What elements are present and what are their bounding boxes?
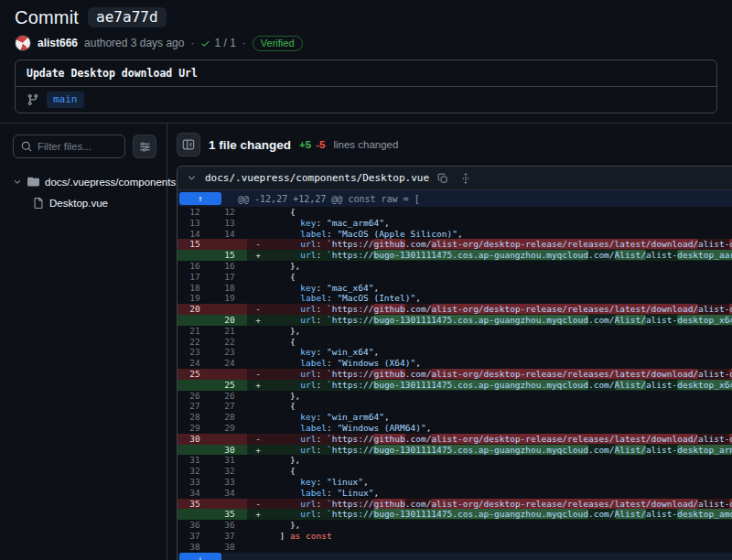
new-line-number[interactable]: 33 (212, 477, 247, 488)
old-line-number[interactable]: 23 (178, 347, 212, 358)
old-line-number[interactable]: 35 (178, 499, 212, 510)
old-line-number[interactable]: 36 (178, 520, 212, 531)
new-line-number[interactable]: 31 (212, 455, 247, 466)
checks-status[interactable]: 1 / 1 (200, 37, 235, 49)
old-line-number[interactable]: 29 (178, 423, 212, 434)
new-line-number[interactable]: 20 (212, 315, 247, 326)
new-line-number[interactable] (212, 369, 247, 380)
old-line-number[interactable]: 32 (178, 466, 212, 477)
new-line-number[interactable]: 23 (212, 347, 247, 358)
tree-file-row[interactable]: Desktop.vue (33, 192, 156, 213)
diff-marker: + (247, 315, 269, 326)
new-line-number[interactable]: 16 (212, 261, 247, 272)
branch-chip[interactable]: main (47, 92, 84, 108)
expand-up-button[interactable]: ↑ (179, 192, 221, 205)
diff-main: 1 file changed +5 -5 lines changed docs/… (167, 124, 732, 560)
new-line-number[interactable]: 14 (212, 229, 247, 240)
new-line-number[interactable]: 13 (212, 218, 247, 229)
old-line-number[interactable] (178, 445, 212, 456)
chevron-down-icon[interactable] (187, 173, 197, 183)
old-line-number[interactable]: 28 (178, 412, 212, 423)
code-line: key: "win_x64", (269, 347, 732, 358)
new-line-number[interactable]: 36 (212, 520, 247, 531)
file-filter-options-button[interactable] (133, 135, 156, 158)
new-line-number[interactable] (212, 239, 247, 250)
new-line-number[interactable] (212, 434, 247, 445)
new-line-number[interactable]: 30 (212, 445, 247, 456)
new-line-number[interactable]: 17 (212, 272, 247, 283)
new-line-number[interactable]: 35 (212, 509, 247, 520)
avatar[interactable] (15, 35, 31, 51)
diff-marker: - (247, 304, 269, 315)
old-line-number[interactable] (178, 315, 212, 326)
new-line-number[interactable]: 38 (212, 542, 247, 553)
new-line-number[interactable]: 29 (212, 423, 247, 434)
old-line-number[interactable]: 25 (178, 369, 212, 380)
old-line-number[interactable] (178, 250, 212, 261)
old-line-number[interactable]: 16 (178, 261, 212, 272)
new-line-number[interactable]: 37 (212, 531, 247, 542)
old-line-number[interactable]: 17 (178, 272, 212, 283)
separator-dot: · (190, 37, 194, 49)
copy-icon[interactable] (437, 173, 448, 184)
old-line-number[interactable]: 13 (178, 218, 212, 229)
arrow-down-icon: ↓ (198, 554, 202, 560)
old-line-number[interactable]: 26 (178, 391, 212, 402)
old-line-number[interactable]: 24 (178, 358, 212, 369)
new-line-number[interactable]: 27 (212, 401, 247, 412)
folder-icon (27, 176, 39, 188)
new-line-number[interactable]: 18 (212, 283, 247, 294)
author-name[interactable]: alist666 (38, 37, 78, 49)
filter-files-input[interactable] (38, 141, 117, 152)
old-line-number[interactable]: 34 (178, 488, 212, 499)
new-line-number[interactable]: 15 (212, 250, 247, 261)
old-line-number[interactable]: 19 (178, 293, 212, 304)
new-line-number[interactable]: 12 (212, 207, 247, 218)
old-line-number[interactable]: 18 (178, 283, 212, 294)
file-path[interactable]: docs/.vuepress/components/Desktop.vue (205, 172, 429, 184)
new-line-number[interactable] (212, 304, 247, 315)
old-line-number[interactable] (178, 380, 212, 391)
new-line-number[interactable]: 34 (212, 488, 247, 499)
code-line (269, 542, 732, 553)
expand-all-icon[interactable] (460, 173, 471, 184)
old-line-number[interactable]: 33 (178, 477, 212, 488)
hunk-header-row: ↑ @@ -12,27 +12,27 @@ const raw = [ (178, 190, 732, 207)
old-line-number[interactable]: 12 (178, 207, 212, 218)
commit-message-box: Update Desktop download Url main (15, 59, 717, 113)
new-line-number[interactable]: 21 (212, 326, 247, 337)
authored-time: authored 3 days ago (84, 37, 184, 49)
old-line-number[interactable]: 20 (178, 304, 212, 315)
new-line-number[interactable]: 24 (212, 358, 247, 369)
diff-marker (247, 207, 269, 218)
new-line-number[interactable] (212, 499, 247, 510)
diff-marker (247, 466, 269, 477)
code-line: { (269, 401, 732, 412)
diff-row-added: 15+ url: `https://bugo-1301111475.cos.ap… (178, 250, 732, 261)
new-line-number[interactable]: 32 (212, 466, 247, 477)
verified-badge[interactable]: Verified (253, 36, 303, 51)
old-line-number[interactable]: 30 (178, 434, 212, 445)
old-line-number[interactable] (178, 509, 212, 520)
tree-folder-row[interactable]: docs/.vuepress/components (13, 171, 156, 192)
code-line: ] as const (269, 531, 732, 542)
old-line-number[interactable]: 22 (178, 337, 212, 348)
old-line-number[interactable]: 14 (178, 229, 212, 240)
old-line-number[interactable]: 15 (178, 239, 212, 250)
new-line-number[interactable]: 28 (212, 412, 247, 423)
new-line-number[interactable]: 22 (212, 337, 247, 348)
old-line-number[interactable]: 37 (178, 531, 212, 542)
old-line-number[interactable]: 27 (178, 401, 212, 412)
check-icon (200, 38, 210, 48)
filter-files-field[interactable] (13, 135, 125, 158)
diff-row-deleted: 25- url: `https://github.com/alist-org/d… (178, 369, 732, 380)
expand-down-button[interactable]: ↓ (179, 553, 221, 560)
old-line-number[interactable]: 21 (178, 326, 212, 337)
new-line-number[interactable]: 19 (212, 293, 247, 304)
new-line-number[interactable]: 25 (212, 380, 247, 391)
new-line-number[interactable]: 26 (212, 391, 247, 402)
diff-row-context: 3636 }, (178, 520, 732, 531)
old-line-number[interactable]: 38 (178, 542, 212, 553)
collapse-sidebar-button[interactable] (177, 133, 200, 156)
old-line-number[interactable]: 31 (178, 455, 212, 466)
